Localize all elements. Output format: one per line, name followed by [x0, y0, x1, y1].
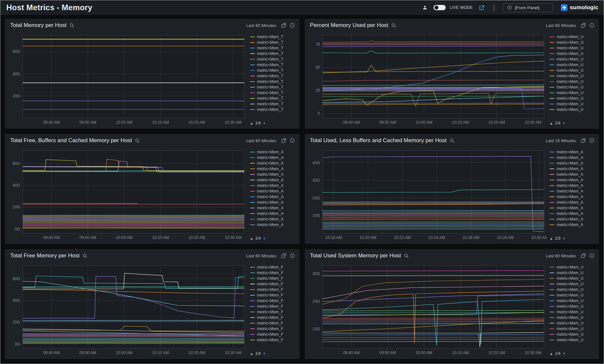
panel-time-range[interactable]: Last 60 Minutes	[546, 23, 576, 28]
legend-item[interactable]: metric=Mem_A	[250, 150, 296, 154]
panel-time-range[interactable]: Last 60 Minutes	[246, 253, 276, 258]
legend-item[interactable]: metric=Mem_T	[250, 91, 296, 95]
info-icon[interactable]	[589, 253, 594, 258]
legend-item[interactable]: metric=Mem_A	[550, 189, 596, 193]
legend-item[interactable]: metric=Mem_T	[250, 79, 296, 84]
legend-item[interactable]: metric=Mem_A	[250, 189, 296, 193]
page-down-icon[interactable]: ▼	[263, 237, 266, 240]
legend-item[interactable]: metric=Mem_A	[550, 161, 596, 165]
legend-item[interactable]: metric=Mem_T	[250, 102, 296, 106]
legend-item[interactable]: metric=Mem_A	[550, 183, 596, 188]
chart[interactable]: 20G40G60G09:40 AM09:50 AM10:00 AM10:10 A…	[8, 33, 247, 126]
legend-item[interactable]: metric=Mem_F	[250, 282, 296, 286]
legend-item[interactable]: metric=Mem_A	[250, 206, 296, 210]
magnifier-icon[interactable]	[450, 138, 455, 143]
legend-item[interactable]: metric=Mem_A	[250, 200, 296, 204]
user-icon[interactable]	[422, 5, 428, 10]
legend-item[interactable]: metric=Mem_U	[550, 85, 596, 89]
open-in-new-icon[interactable]	[281, 23, 286, 28]
legend-item[interactable]: metric=Mem_U	[550, 326, 596, 331]
legend-item[interactable]: metric=Mem_U	[550, 46, 596, 50]
legend-item[interactable]: metric=Mem_A	[250, 172, 296, 176]
legend-item[interactable]: metric=Mem_U	[550, 265, 596, 269]
legend-item[interactable]: metric=Mem_A	[550, 217, 596, 221]
legend-item[interactable]: metric=Mem_U	[550, 299, 596, 303]
panel-time-range[interactable]: Last 15 Minutes	[546, 138, 576, 143]
legend-item[interactable]: metric=Mem_A	[250, 211, 296, 216]
legend-item[interactable]: metric=Mem_F	[250, 299, 296, 303]
legend-item[interactable]: metric=Mem_F	[250, 332, 296, 336]
legend-item[interactable]: metric=Mem_A	[250, 178, 296, 182]
legend-item[interactable]: metric=Mem_A	[250, 195, 296, 199]
legend-item[interactable]: metric=Mem_U	[550, 57, 596, 61]
legend-item[interactable]: metric=Mem_T	[250, 40, 296, 44]
legend-item[interactable]: metric=Mem_F	[250, 265, 296, 269]
legend-item[interactable]: metric=Mem_U	[550, 102, 596, 106]
legend-item[interactable]: metric=Mem_A	[250, 161, 296, 165]
open-in-new-icon[interactable]	[281, 138, 286, 143]
legend-item[interactable]: metric=Mem_A	[550, 155, 596, 160]
legend-item[interactable]: metric=Mem_A	[550, 150, 596, 154]
chart-canvas[interactable]: 10G20G30G40G10:18 AM10:20 AM10:22 AM10:2…	[307, 148, 547, 241]
page-up-icon[interactable]: ▲	[250, 121, 253, 125]
legend-item[interactable]: metric=Mem_U	[550, 276, 596, 280]
page-up-icon[interactable]: ▲	[550, 237, 553, 240]
legend-item[interactable]: metric=Mem_U	[550, 293, 596, 297]
page-down-icon[interactable]: ▼	[563, 237, 566, 240]
legend-item[interactable]: metric=Mem_U	[550, 304, 596, 308]
magnifier-icon[interactable]	[83, 253, 88, 258]
legend-item[interactable]: metric=Mem_U	[550, 51, 596, 56]
legend-item[interactable]: metric=Mem_F	[250, 321, 296, 325]
share-icon[interactable]	[479, 5, 485, 11]
legend-item[interactable]: metric=Mem_T	[250, 96, 296, 100]
chart[interactable]: 0G20G40G60G09:40 AM09:50 AM10:00 AM10:10…	[8, 263, 247, 356]
legend-item[interactable]: metric=Mem_A	[550, 167, 596, 171]
legend-item[interactable]: metric=Mem_U	[550, 315, 596, 320]
legend-item[interactable]: metric=Mem_U	[550, 35, 596, 39]
legend-item[interactable]: metric=Mem_F	[250, 338, 296, 342]
legend-item[interactable]: metric=Mem_A	[550, 222, 596, 227]
legend-item[interactable]: metric=Mem_A	[550, 200, 596, 204]
legend-item[interactable]: metric=Mem_A	[250, 183, 296, 188]
info-icon[interactable]	[589, 23, 594, 28]
panel-time-range[interactable]: Last 60 Minutes	[246, 23, 276, 28]
legend-item[interactable]: metric=Mem_T	[250, 57, 296, 61]
legend-item[interactable]: metric=Mem_F	[250, 310, 296, 314]
magnifier-icon[interactable]	[69, 23, 74, 28]
legend-item[interactable]: metric=Mem_U	[550, 321, 596, 325]
legend-item[interactable]: metric=Mem_U	[550, 332, 596, 336]
open-in-new-icon[interactable]	[581, 138, 586, 143]
panel-time-range[interactable]: Last 60 Minutes	[546, 253, 576, 258]
legend-item[interactable]: metric=Mem_F	[250, 315, 296, 320]
legend-item[interactable]: metric=Mem_A	[250, 155, 296, 160]
chart[interactable]: 10G20G30G09:40 AM09:50 AM10:00 AM10:10 A…	[307, 263, 547, 356]
legend-item[interactable]: metric=Mem_U	[550, 40, 596, 44]
magnifier-icon[interactable]	[404, 253, 409, 258]
legend-item[interactable]: metric=Mem_F	[250, 293, 296, 297]
legend-item[interactable]: metric=Mem_U	[550, 338, 596, 342]
legend-item[interactable]: metric=Mem_T	[250, 85, 296, 89]
info-icon[interactable]	[290, 253, 295, 258]
legend-item[interactable]: metric=Mem_A	[550, 172, 596, 176]
legend-item[interactable]: metric=Mem_F	[250, 326, 296, 331]
legend-item[interactable]: metric=Mem_T	[250, 51, 296, 56]
live-mode-toggle[interactable]	[433, 5, 446, 10]
chart-canvas[interactable]: 0G20G40G60G09:40 AM09:50 AM10:00 AM10:10…	[8, 148, 247, 241]
legend-item[interactable]: metric=Mem_U	[550, 287, 596, 292]
chart-canvas[interactable]: 0G20G40G60G09:40 AM09:50 AM10:00 AM10:10…	[8, 263, 247, 356]
legend-item[interactable]: metric=Mem_A	[250, 217, 296, 221]
chart-canvas[interactable]: 10G20G30G09:40 AM09:50 AM10:00 AM10:10 A…	[307, 263, 547, 356]
legend-item[interactable]: metric=Mem_U	[550, 107, 596, 112]
info-icon[interactable]	[589, 138, 594, 143]
legend-item[interactable]: metric=Mem_U	[550, 79, 596, 84]
kebab-menu-icon[interactable]: ⋮	[491, 5, 497, 11]
legend-item[interactable]: metric=Mem_F	[250, 271, 296, 275]
legend-item[interactable]: metric=Mem_A	[550, 206, 596, 210]
legend-item[interactable]: metric=Mem_T	[250, 68, 296, 72]
legend-item[interactable]: metric=Mem_U	[550, 91, 596, 95]
magnifier-icon[interactable]	[135, 138, 140, 143]
legend-item[interactable]: metric=Mem_A	[250, 222, 296, 227]
legend-item[interactable]: metric=Mem_U	[550, 310, 596, 314]
chart-canvas[interactable]: 025507509:40 AM09:50 AM10:00 AM10:10 AM1…	[307, 33, 547, 126]
legend-item[interactable]: metric=Mem_F	[250, 287, 296, 292]
